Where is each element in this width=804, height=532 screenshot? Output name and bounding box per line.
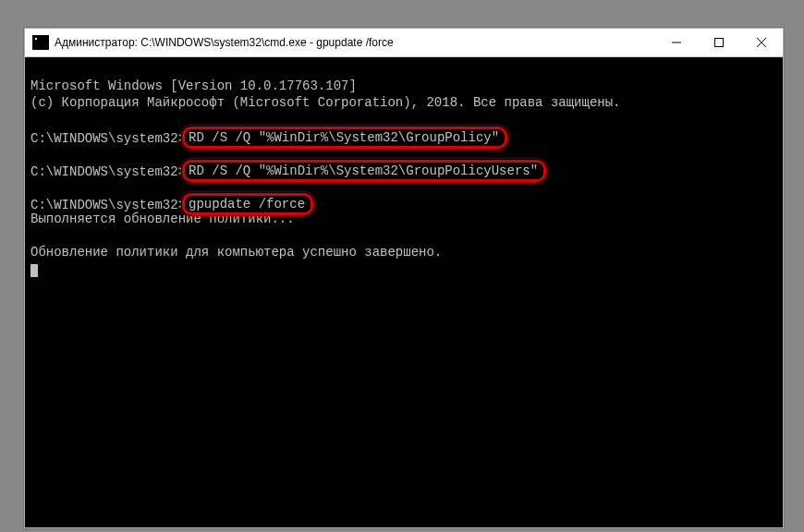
minimize-button[interactable]	[655, 29, 698, 56]
command-highlighted: RD /S /Q "%WinDir%\System32\GroupPolicyU…	[182, 160, 546, 182]
console-line	[30, 260, 777, 277]
console-line	[30, 111, 777, 127]
maximize-icon	[714, 38, 724, 47]
console-line	[30, 227, 777, 244]
maximize-button[interactable]	[698, 29, 740, 56]
close-icon	[757, 38, 766, 47]
titlebar[interactable]: Администратор: C:\WINDOWS\system32\cmd.e…	[25, 29, 783, 57]
console-line: Выполняется обновление политики...	[30, 211, 777, 227]
command-highlighted: RD /S /Q "%WinDir%\System32\GroupPolicy"	[182, 127, 507, 149]
minimize-icon	[672, 38, 681, 47]
console-area[interactable]: Microsoft Windows [Version 10.0.17763.10…	[25, 57, 783, 527]
window-title: Администратор: C:\WINDOWS\system32\cmd.e…	[55, 36, 655, 49]
console-line: (c) Корпорация Майкрософт (Microsoft Cor…	[30, 94, 777, 111]
console-line: C:\WINDOWS\system32>RD /S /Q "%WinDir%\S…	[30, 127, 777, 144]
command-highlighted: gpupdate /force	[182, 193, 313, 215]
window-controls	[655, 29, 783, 56]
console-line: C:\WINDOWS\system32>gpupdate /force	[30, 194, 777, 211]
cmd-icon	[32, 35, 49, 50]
close-button[interactable]	[740, 29, 783, 56]
svg-rect-1	[715, 39, 724, 47]
prompt: C:\WINDOWS\system32>	[30, 131, 186, 146]
console-line: Обновление политики для компьютера успеш…	[30, 244, 777, 260]
console-line: Microsoft Windows [Version 10.0.17763.10…	[30, 78, 777, 94]
cursor	[30, 264, 38, 277]
prompt: C:\WINDOWS\system32>	[30, 164, 186, 179]
window: Администратор: C:\WINDOWS\system32\cmd.e…	[24, 28, 784, 528]
console-line: C:\WINDOWS\system32>RD /S /Q "%WinDir%\S…	[30, 161, 777, 177]
